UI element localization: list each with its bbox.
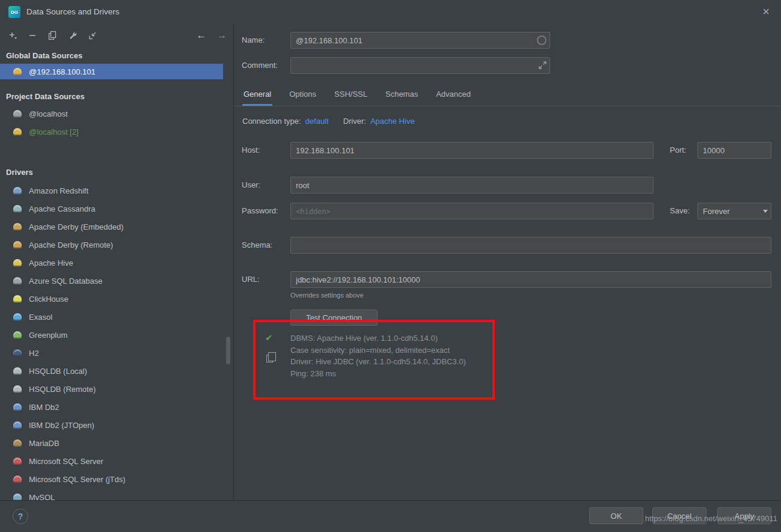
driver-label: IBM Db2 (JTOpen) [29, 421, 94, 430]
driver-item[interactable]: HSQLDB (Local) [0, 362, 223, 380]
apache-hive-icon [13, 259, 22, 266]
project-datasources-header: Project Data Sources [6, 91, 85, 102]
datasource-item[interactable]: @localhost [0, 105, 223, 123]
sidebar-toolbar: ← → [0, 24, 233, 47]
port-label: Port: [670, 142, 686, 159]
copy-result-icon[interactable] [266, 355, 273, 362]
driver-item[interactable]: Apache Derby (Remote) [0, 236, 223, 254]
sidebar-scrollbar-thumb[interactable] [226, 337, 230, 364]
apache-cassandra-icon [13, 205, 22, 212]
main-panel: Name: Comment: GeneralOptionsSSH/SSLSche… [234, 24, 781, 500]
forward-button[interactable]: → [214, 28, 230, 43]
tab-label: SSH/SSL [334, 90, 367, 99]
add-datasource-button[interactable] [5, 28, 20, 43]
close-icon[interactable]: × [757, 2, 775, 20]
save-dropdown-value: Forever [698, 207, 760, 216]
connection-type-link[interactable]: default [305, 117, 329, 126]
driver-item[interactable]: H2 [0, 344, 223, 362]
driver-label: Apache Derby (Embedded) [29, 222, 124, 231]
tab-label: Options [289, 90, 316, 99]
plus-icon [8, 31, 17, 40]
driver-label: H2 [29, 349, 39, 358]
drivers-header: Drivers [6, 167, 33, 178]
drivers-list: Amazon Redshift Apache Cassandra Apache … [0, 182, 223, 500]
driver-item[interactable]: Apache Derby (Embedded) [0, 218, 223, 236]
port-input[interactable] [697, 142, 771, 159]
datasource-item[interactable]: @192.168.100.101 [0, 64, 223, 79]
driver-item[interactable]: Greenplum [0, 326, 223, 344]
driver-label: Exasol [29, 313, 52, 322]
tab[interactable]: Options [288, 86, 317, 106]
driver-label: Amazon Redshift [29, 186, 88, 195]
driver-label: MariaDB [29, 439, 60, 448]
test-connection-button[interactable]: Test Connection [290, 310, 378, 326]
driver-item[interactable]: ClickHouse [0, 290, 223, 308]
driver-item[interactable]: Azure SQL Database [0, 272, 223, 290]
global-datasources-header: Global Data Sources [6, 50, 82, 61]
driver-label: Microsoft SQL Server (jTds) [29, 475, 126, 484]
driver-item[interactable]: Microsoft SQL Server (jTds) [0, 470, 223, 488]
password-input[interactable] [290, 203, 654, 219]
driver-item[interactable]: MySQL [0, 488, 223, 500]
mysql-icon [13, 110, 22, 117]
schema-input[interactable] [290, 237, 771, 254]
comment-input[interactable] [290, 57, 550, 74]
driver-label: Azure SQL Database [29, 277, 102, 286]
tab[interactable]: SSH/SSL [333, 86, 369, 106]
microsoft-sql-server-icon [13, 457, 22, 465]
password-label: Password: [242, 203, 278, 219]
name-input[interactable] [290, 32, 550, 49]
wrench-icon [68, 31, 78, 40]
driver-item[interactable]: HSQLDB (Remote) [0, 380, 223, 398]
tab-label: Schemas [385, 90, 418, 99]
driver-label: HSQLDB (Remote) [29, 385, 96, 394]
driver-item[interactable]: Amazon Redshift [0, 182, 223, 200]
mariadb-icon [13, 439, 22, 447]
driver-item[interactable]: IBM Db2 [0, 398, 223, 416]
connection-result: DBMS: Apache Hive (ver. 1.1.0-cdh5.14.0)… [290, 332, 466, 379]
url-input[interactable] [290, 271, 771, 288]
driver-item[interactable]: Exasol [0, 308, 223, 326]
datasource-label: @192.168.100.101 [29, 67, 96, 76]
driver-item[interactable]: IBM Db2 (JTOpen) [0, 416, 223, 434]
window-title: Data Sources and Drivers [26, 0, 120, 24]
footer: ? OK Cancel Apply https://blog.csdn.net/… [0, 500, 781, 532]
help-button[interactable]: ? [13, 509, 28, 524]
host-input[interactable] [290, 142, 654, 159]
driver-item[interactable]: Microsoft SQL Server [0, 452, 223, 470]
driver-item[interactable]: Apache Cassandra [0, 200, 223, 218]
driver-label: ClickHouse [29, 295, 69, 304]
ibm-db2-jtopen-icon [13, 421, 22, 429]
url-note: Overrides settings above [290, 292, 364, 299]
driver-label: Apache Cassandra [29, 204, 96, 213]
remove-datasource-button[interactable] [25, 28, 40, 43]
driver-label: MySQL [29, 493, 55, 501]
clickhouse-icon [13, 295, 22, 302]
arrow-left-icon: ← [197, 29, 207, 41]
expand-icon[interactable] [538, 61, 547, 72]
tab[interactable]: General [242, 86, 272, 106]
properties-button[interactable] [65, 28, 81, 43]
tab[interactable]: Advanced [435, 86, 472, 106]
driver-item[interactable]: Apache Hive [0, 254, 223, 272]
loading-indicator [537, 35, 547, 45]
tab-label: General [243, 90, 271, 99]
driver-label: HSQLDB (Local) [29, 367, 87, 376]
apache-derby-remote-icon [13, 241, 22, 248]
import-button[interactable] [85, 28, 100, 43]
tab[interactable]: Schemas [384, 86, 419, 106]
user-input[interactable] [290, 177, 654, 194]
datasource-item[interactable]: @localhost [2] [0, 123, 223, 141]
tab-divider [234, 106, 781, 106]
sidebar: ← → Global Data Sources @192.168.100.101… [0, 24, 234, 500]
ok-button[interactable]: OK [589, 507, 643, 524]
driver-item[interactable]: MariaDB [0, 434, 223, 452]
save-label: Save: [670, 203, 690, 219]
back-button[interactable]: ← [194, 28, 209, 43]
result-line: Ping: 238 ms [290, 368, 466, 380]
duplicate-button[interactable] [44, 28, 60, 43]
mysql-icon [13, 494, 22, 500]
global-datasources-list: @192.168.100.101 [0, 64, 223, 79]
save-dropdown[interactable]: Forever [697, 203, 771, 219]
driver-link[interactable]: Apache Hive [370, 117, 415, 126]
